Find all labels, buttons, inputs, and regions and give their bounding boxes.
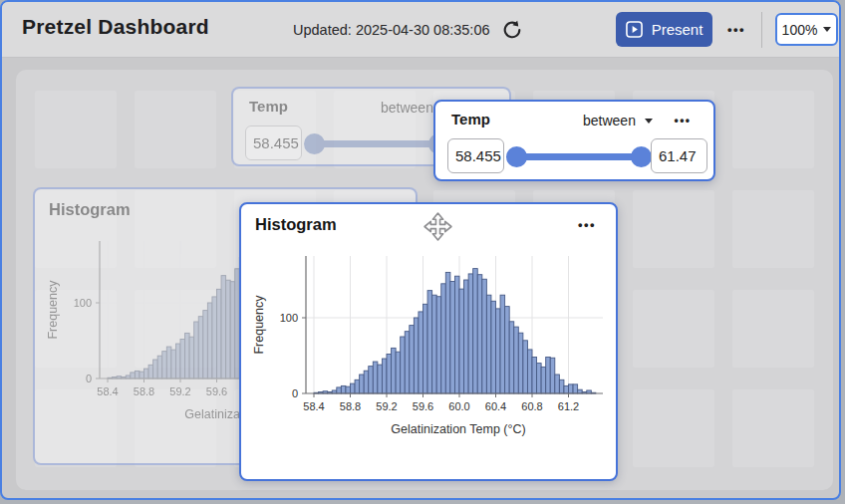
present-button-label: Present [652,21,704,38]
card-menu-button[interactable]: ••• [570,212,604,236]
svg-text:58.4: 58.4 [97,385,118,397]
play-icon [626,21,643,38]
svg-text:100: 100 [74,297,92,309]
svg-text:Frequency: Frequency [46,280,60,340]
temp-filter-card: Temp between ••• [433,100,715,181]
ellipsis-icon: ••• [578,217,596,232]
svg-text:60.8: 60.8 [521,400,542,412]
histogram-chart: 58.458.859.259.660.060.460.861.20100Gela… [246,246,613,443]
svg-text:61.2: 61.2 [558,400,579,412]
zoom-level-value: 100% [782,22,818,38]
svg-text:60.4: 60.4 [485,400,506,412]
grid-placeholder-cell [732,190,814,268]
svg-text:58.4: 58.4 [303,400,324,412]
svg-text:60.0: 60.0 [448,400,469,412]
grid-placeholder-cell [633,190,714,268]
slider-track [313,140,440,147]
svg-text:Gelatinization Temp (°C): Gelatinization Temp (°C) [391,422,525,436]
app-window: Pretzel Dashboard Updated: 2025-04-30 08… [0,0,841,500]
temp-min-input[interactable] [447,138,504,173]
operator-label: between [381,100,433,116]
grid-placeholder-cell [35,91,117,168]
svg-text:Frequency: Frequency [252,295,266,355]
temp-filter-operator-dropdown[interactable]: between [583,110,653,131]
chevron-down-icon [823,27,831,32]
slider-track[interactable] [515,153,643,160]
grid-placeholder-cell [633,389,714,467]
operator-label: between [583,113,636,128]
histogram-card-title: Histogram [49,200,131,219]
header-divider [761,12,762,48]
header-bar: Pretzel Dashboard Updated: 2025-04-30 08… [2,2,839,58]
histogram-card: Histogram ••• 58.458.859.259.660.060.460… [239,202,618,481]
refresh-icon[interactable] [501,19,523,41]
svg-text:59.6: 59.6 [413,400,433,412]
svg-text:59.2: 59.2 [376,400,397,412]
svg-text:100: 100 [280,312,298,324]
updated-label: Updated: 2025-04-30 08:35:06 [293,22,490,38]
svg-text:58.8: 58.8 [340,400,361,412]
grid-placeholder-cell [732,91,814,168]
temp-min-input [245,126,302,160]
temp-filter-title: Temp [249,98,288,115]
grid-placeholder-cell [732,389,814,467]
svg-text:0: 0 [86,373,92,384]
grid-placeholder-cell [633,290,714,368]
temp-max-input[interactable] [651,138,707,173]
temp-filter-title: Temp [451,111,490,127]
card-menu-button[interactable]: ••• [667,110,699,131]
slider-handle-min [304,133,325,154]
svg-text:59.6: 59.6 [206,385,227,397]
zoom-level-dropdown[interactable]: 100% [775,13,838,46]
page-title: Pretzel Dashboard [22,15,209,39]
slider-handle-max[interactable] [631,146,652,167]
svg-text:58.8: 58.8 [134,385,154,397]
move-cursor-icon[interactable] [422,210,454,243]
temp-range-slider[interactable] [506,145,652,167]
ellipsis-icon: ••• [727,22,745,37]
grid-placeholder-cell [732,290,814,368]
chevron-down-icon [645,119,653,124]
slider-handle-min[interactable] [506,146,527,167]
temp-range-slider [304,132,449,154]
grid-placeholder-cell [135,91,216,168]
svg-text:0: 0 [292,387,298,399]
svg-text:59.2: 59.2 [169,385,190,397]
header-more-menu-button[interactable]: ••• [719,12,753,47]
present-button[interactable]: Present [616,12,712,47]
updated-status: Updated: 2025-04-30 08:35:06 [293,2,523,58]
histogram-card-title: Histogram [255,215,337,234]
ellipsis-icon: ••• [674,114,691,127]
